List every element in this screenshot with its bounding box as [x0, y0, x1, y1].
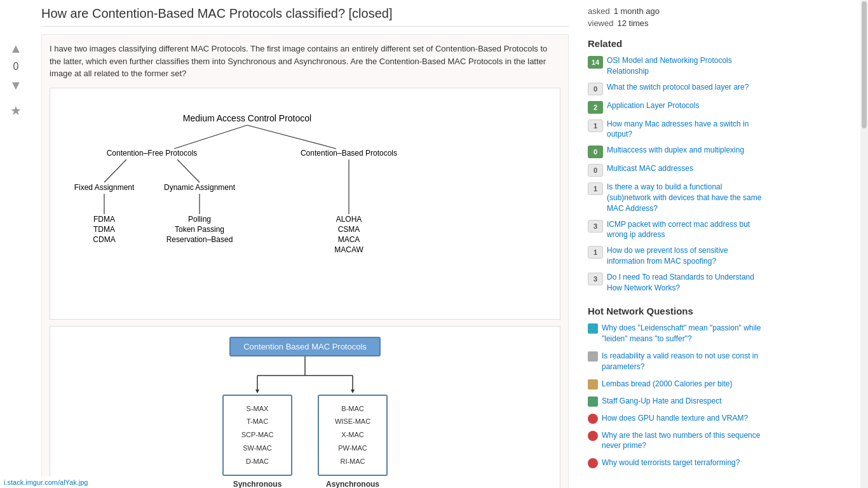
- svg-line-2: [104, 159, 126, 182]
- related-link-0[interactable]: OSI Model and Networking Protocols Relat…: [607, 55, 766, 77]
- async-group: B-MACWISE-MACX-MACPW-MACRI-MAC Asynchron…: [318, 395, 388, 489]
- dynamic-assignment-label: Dynamic Assignment: [164, 183, 236, 192]
- related-item-8: 1 How do we prevent loss of sensitive in…: [588, 245, 766, 267]
- related-item-9: 3 Do I need To read Standards to Underst…: [588, 272, 766, 294]
- sync-box: S-MAXT-MACSCP-MACSW-MACD-MAC: [222, 395, 292, 476]
- hot-link-3[interactable]: Staff Gang-Up Hate and Disrespect: [602, 396, 722, 407]
- hot-link-6[interactable]: Why would terrorists target terraforming…: [602, 458, 740, 468]
- hot-item-0: Why does "Leidenschaft" mean "passion" w…: [588, 323, 766, 344]
- site-icon-4: [588, 414, 598, 424]
- related-link-7[interactable]: ICMP packet with correct mac address but…: [607, 219, 766, 241]
- related-item-3: 1 How many Mac adresses have a switch in…: [588, 119, 766, 140]
- related-link-9[interactable]: Do I need To read Standards to Understan…: [607, 272, 766, 294]
- asked-value: 1 month ago: [614, 6, 660, 16]
- related-item-7: 3 ICMP packet with correct mac address b…: [588, 219, 766, 241]
- site-icon-0: [588, 323, 598, 334]
- related-link-3[interactable]: How many Mac adresses have a switch in o…: [607, 119, 766, 140]
- bookmark-button[interactable]: ★: [6, 100, 26, 121]
- viewed-label: viewed: [588, 18, 613, 28]
- csma-label: CSMA: [338, 225, 360, 234]
- related-link-2[interactable]: Application Layer Protocols: [607, 100, 699, 111]
- diagram2-boxes: S-MAXT-MACSCP-MACSW-MACD-MAC Synchronous…: [222, 395, 388, 489]
- hot-item-3: Staff Gang-Up Hate and Disrespect: [588, 396, 766, 407]
- fdma-label: FDMA: [93, 215, 115, 224]
- related-item-5: 0 Multicast MAC addresses: [588, 163, 766, 177]
- reservation-label: Reservation–Based: [166, 235, 233, 244]
- svg-marker-12: [351, 390, 355, 393]
- related-link-4[interactable]: Multiaccess with duplex and multiplexing: [607, 145, 744, 156]
- contention-based-label: Contention–Based Protocols: [301, 149, 397, 158]
- hot-item-5: Why are the last two numbers of this seq…: [588, 430, 766, 452]
- vote-column: ▲ 0 ▼ ★: [0, 0, 32, 488]
- score-badge-1: 0: [588, 83, 603, 95]
- viewed-row: viewed 12 times: [588, 18, 766, 28]
- score-badge-0: 14: [588, 56, 603, 69]
- hot-item-4: How does GPU handle texture and VRAM?: [588, 413, 766, 424]
- site-icon-1: [588, 351, 598, 362]
- hot-item-2: Lembas bread (2000 Calories per bite): [588, 379, 766, 390]
- related-item-4: 0 Multiaccess with duplex and multiplexi…: [588, 145, 766, 158]
- hot-network-section: Hot Network Questions Why does "Leidensc…: [588, 306, 766, 468]
- asked-label: asked: [588, 6, 610, 16]
- downvote-button[interactable]: ▼: [6, 75, 26, 95]
- token-label: Token Passing: [175, 225, 224, 234]
- score-badge-4: 0: [588, 146, 603, 158]
- svg-marker-11: [255, 390, 259, 393]
- site-icon-6: [588, 458, 598, 468]
- viewed-value: 12 times: [617, 18, 648, 28]
- sync-group: S-MAXT-MACSCP-MACSW-MACD-MAC Synchronous: [222, 395, 292, 489]
- related-link-1[interactable]: What the switch protocol based layer are…: [607, 82, 749, 93]
- svg-line-3: [177, 159, 200, 182]
- sync-label: Synchronous: [233, 480, 282, 488]
- hot-link-5[interactable]: Why are the last two numbers of this seq…: [602, 430, 766, 452]
- vote-count: 0: [13, 61, 19, 72]
- mac-center-box: Contention Based MAC Protocols: [229, 337, 381, 356]
- related-item-2: 2 Application Layer Protocols: [588, 100, 766, 114]
- scrollbar-thumb[interactable]: [862, 1, 867, 128]
- upvote-button[interactable]: ▲: [6, 38, 26, 58]
- macaw-label: MACAW: [334, 245, 363, 254]
- site-icon-2: [588, 379, 598, 390]
- async-box: B-MACWISE-MACX-MACPW-MACRI-MAC: [318, 395, 388, 476]
- bottom-link[interactable]: i.stack.imgur.com/alYak.jpg: [0, 477, 92, 488]
- related-link-8[interactable]: How do we prevent loss of sensitive info…: [607, 245, 766, 267]
- main-content: How are Contention-Based MAC Protocols c…: [32, 0, 578, 488]
- related-section: Related 14 OSI Model and Networking Prot…: [588, 38, 766, 293]
- site-icon-3: [588, 396, 598, 407]
- score-badge-9: 3: [588, 273, 603, 285]
- score-badge-6: 1: [588, 182, 603, 195]
- async-label: Asynchronous: [326, 480, 379, 488]
- hot-link-2[interactable]: Lembas bread (2000 Calories per bite): [602, 379, 732, 390]
- score-badge-8: 1: [588, 246, 603, 259]
- question-text: I have two images classifying different …: [50, 43, 560, 80]
- svg-line-1: [247, 125, 336, 149]
- aloha-label: ALOHA: [336, 215, 362, 224]
- score-badge-7: 3: [588, 220, 603, 233]
- hot-link-1[interactable]: Is readability a valid reason to not use…: [602, 351, 766, 372]
- score-badge-3: 1: [588, 119, 603, 132]
- diagram2-lines: [210, 356, 400, 395]
- related-item-0: 14 OSI Model and Networking Protocols Re…: [588, 55, 766, 77]
- related-link-5[interactable]: Multicast MAC addresses: [607, 163, 693, 174]
- diagram1-svg: Medium Access Control Protocol Contentio…: [63, 101, 431, 304]
- score-badge-5: 0: [588, 164, 603, 177]
- diagram2-inner: Contention Based MAC Protocols: [60, 337, 550, 489]
- related-link-6[interactable]: Is there a way to build a functional (su…: [607, 182, 766, 214]
- asked-row: asked 1 month ago: [588, 6, 766, 16]
- score-badge-2: 2: [588, 101, 603, 114]
- diagram1-container: Medium Access Control Protocol Contentio…: [50, 88, 560, 320]
- related-item-1: 0 What the switch protocol based layer a…: [588, 82, 766, 95]
- scrollbar-area[interactable]: [860, 0, 868, 488]
- related-item-6: 1 Is there a way to build a functional (…: [588, 182, 766, 214]
- asked-section: asked 1 month ago viewed 12 times: [588, 6, 766, 28]
- hot-link-0[interactable]: Why does "Leidenschaft" mean "passion" w…: [602, 323, 766, 344]
- fixed-assignment-label: Fixed Assignment: [74, 183, 135, 192]
- sidebar: asked 1 month ago viewed 12 times Relate…: [578, 0, 775, 488]
- hot-item-1: Is readability a valid reason to not use…: [588, 351, 766, 372]
- diagram1-title: Medium Access Control Protocol: [183, 113, 311, 123]
- hot-item-6: Why would terrorists target terraforming…: [588, 458, 766, 468]
- hot-link-4[interactable]: How does GPU handle texture and VRAM?: [602, 413, 748, 424]
- site-icon-5: [588, 431, 598, 441]
- related-title: Related: [588, 38, 766, 49]
- question-body: I have two images classifying different …: [41, 34, 569, 488]
